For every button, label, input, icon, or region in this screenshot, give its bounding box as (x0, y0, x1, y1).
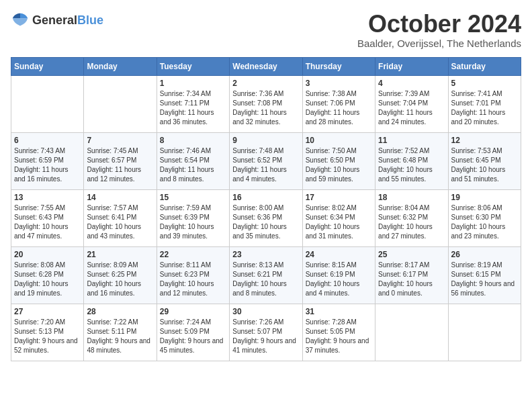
weekday-header-tuesday: Tuesday (157, 57, 229, 75)
calendar-cell: 30Sunrise: 7:26 AM Sunset: 5:07 PM Dayli… (230, 304, 302, 361)
day-info: Sunrise: 7:26 AM Sunset: 5:07 PM Dayligh… (232, 318, 299, 355)
calendar-cell: 3Sunrise: 7:38 AM Sunset: 7:06 PM Daylig… (302, 75, 375, 132)
day-number: 4 (378, 79, 445, 88)
calendar-cell: 7Sunrise: 7:45 AM Sunset: 6:57 PM Daylig… (84, 132, 157, 189)
weekday-header-row: SundayMondayTuesdayWednesdayThursdayFrid… (11, 57, 521, 75)
day-number: 16 (232, 193, 299, 202)
day-number: 10 (306, 136, 372, 145)
calendar-cell (11, 75, 84, 132)
calendar-cell: 26Sunrise: 8:19 AM Sunset: 6:15 PM Dayli… (448, 246, 521, 304)
calendar-week-row: 27Sunrise: 7:20 AM Sunset: 5:13 PM Dayli… (11, 304, 521, 361)
calendar-table: SundayMondayTuesdayWednesdayThursdayFrid… (11, 57, 521, 361)
day-number: 14 (87, 193, 153, 202)
calendar-cell: 31Sunrise: 7:28 AM Sunset: 5:05 PM Dayli… (302, 304, 375, 361)
calendar-cell: 27Sunrise: 7:20 AM Sunset: 5:13 PM Dayli… (11, 304, 84, 361)
day-info: Sunrise: 7:48 AM Sunset: 6:52 PM Dayligh… (232, 146, 299, 184)
day-info: Sunrise: 8:11 AM Sunset: 6:23 PM Dayligh… (160, 261, 226, 298)
calendar-cell: 29Sunrise: 7:24 AM Sunset: 5:09 PM Dayli… (157, 304, 229, 361)
day-info: Sunrise: 8:17 AM Sunset: 6:17 PM Dayligh… (378, 261, 445, 298)
day-info: Sunrise: 8:04 AM Sunset: 6:32 PM Dayligh… (378, 203, 445, 241)
calendar-cell: 5Sunrise: 7:41 AM Sunset: 7:01 PM Daylig… (448, 75, 521, 132)
calendar-cell (84, 75, 157, 132)
day-number: 11 (378, 136, 445, 145)
day-info: Sunrise: 7:28 AM Sunset: 5:05 PM Dayligh… (306, 318, 372, 355)
logo-text-blue: Blue (77, 13, 103, 28)
day-info: Sunrise: 8:08 AM Sunset: 6:28 PM Dayligh… (14, 261, 81, 298)
day-number: 5 (451, 79, 518, 88)
day-number: 24 (306, 250, 372, 259)
day-info: Sunrise: 7:53 AM Sunset: 6:45 PM Dayligh… (451, 146, 518, 184)
day-number: 22 (160, 250, 226, 259)
day-number: 1 (160, 79, 226, 88)
calendar-cell: 21Sunrise: 8:09 AM Sunset: 6:25 PM Dayli… (84, 246, 157, 304)
calendar-cell: 17Sunrise: 8:02 AM Sunset: 6:34 PM Dayli… (302, 189, 375, 246)
weekday-header-monday: Monday (84, 57, 157, 75)
day-info: Sunrise: 7:57 AM Sunset: 6:41 PM Dayligh… (87, 203, 153, 241)
calendar-week-row: 13Sunrise: 7:55 AM Sunset: 6:43 PM Dayli… (11, 189, 521, 246)
day-number: 7 (87, 136, 153, 145)
day-number: 3 (306, 79, 372, 88)
calendar-week-row: 20Sunrise: 8:08 AM Sunset: 6:28 PM Dayli… (11, 246, 521, 304)
day-number: 18 (378, 193, 445, 202)
day-info: Sunrise: 7:20 AM Sunset: 5:13 PM Dayligh… (14, 318, 81, 355)
calendar-cell: 19Sunrise: 8:06 AM Sunset: 6:30 PM Dayli… (448, 189, 521, 246)
day-info: Sunrise: 8:00 AM Sunset: 6:36 PM Dayligh… (232, 203, 299, 241)
day-number: 28 (87, 307, 153, 316)
calendar-week-row: 6Sunrise: 7:43 AM Sunset: 6:59 PM Daylig… (11, 132, 521, 189)
day-number: 12 (451, 136, 518, 145)
day-number: 17 (306, 193, 372, 202)
weekday-header-friday: Friday (375, 57, 448, 75)
day-number: 20 (14, 250, 81, 259)
day-info: Sunrise: 7:41 AM Sunset: 7:01 PM Dayligh… (451, 89, 518, 127)
calendar-cell: 25Sunrise: 8:17 AM Sunset: 6:17 PM Dayli… (375, 246, 448, 304)
day-number: 29 (160, 307, 226, 316)
day-info: Sunrise: 8:02 AM Sunset: 6:34 PM Dayligh… (306, 203, 372, 241)
logo-icon (11, 11, 30, 30)
day-number: 23 (232, 250, 299, 259)
day-info: Sunrise: 7:59 AM Sunset: 6:39 PM Dayligh… (160, 203, 226, 241)
day-info: Sunrise: 8:06 AM Sunset: 6:30 PM Dayligh… (451, 203, 518, 241)
weekday-header-wednesday: Wednesday (230, 57, 302, 75)
location-subtitle: Baalder, Overijssel, The Netherlands (357, 38, 521, 49)
day-info: Sunrise: 7:46 AM Sunset: 6:54 PM Dayligh… (160, 146, 226, 184)
day-number: 25 (378, 250, 445, 259)
day-info: Sunrise: 8:13 AM Sunset: 6:21 PM Dayligh… (232, 261, 299, 298)
calendar-cell: 14Sunrise: 7:57 AM Sunset: 6:41 PM Dayli… (84, 189, 157, 246)
calendar-cell: 12Sunrise: 7:53 AM Sunset: 6:45 PM Dayli… (448, 132, 521, 189)
day-info: Sunrise: 8:19 AM Sunset: 6:15 PM Dayligh… (451, 261, 518, 298)
day-number: 30 (232, 307, 299, 316)
day-info: Sunrise: 7:36 AM Sunset: 7:08 PM Dayligh… (232, 89, 299, 127)
weekday-header-sunday: Sunday (11, 57, 84, 75)
day-info: Sunrise: 7:45 AM Sunset: 6:57 PM Dayligh… (87, 146, 153, 184)
day-number: 27 (14, 307, 81, 316)
day-number: 6 (14, 136, 81, 145)
day-number: 19 (451, 193, 518, 202)
calendar-week-row: 1Sunrise: 7:34 AM Sunset: 7:11 PM Daylig… (11, 75, 521, 132)
month-year-title: October 2024 (357, 11, 521, 38)
calendar-cell: 6Sunrise: 7:43 AM Sunset: 6:59 PM Daylig… (11, 132, 84, 189)
calendar-cell (375, 304, 448, 361)
calendar-cell: 2Sunrise: 7:36 AM Sunset: 7:08 PM Daylig… (230, 75, 302, 132)
calendar-cell: 9Sunrise: 7:48 AM Sunset: 6:52 PM Daylig… (230, 132, 302, 189)
title-section: October 2024 Baalder, Overijssel, The Ne… (357, 11, 521, 49)
day-info: Sunrise: 7:24 AM Sunset: 5:09 PM Dayligh… (160, 318, 226, 355)
day-info: Sunrise: 7:43 AM Sunset: 6:59 PM Dayligh… (14, 146, 81, 184)
calendar-cell: 20Sunrise: 8:08 AM Sunset: 6:28 PM Dayli… (11, 246, 84, 304)
calendar-cell: 1Sunrise: 7:34 AM Sunset: 7:11 PM Daylig… (157, 75, 229, 132)
page-header: General Blue October 2024 Baalder, Overi… (11, 11, 521, 49)
calendar-cell: 10Sunrise: 7:50 AM Sunset: 6:50 PM Dayli… (302, 132, 375, 189)
calendar-cell: 22Sunrise: 8:11 AM Sunset: 6:23 PM Dayli… (157, 246, 229, 304)
calendar-cell: 16Sunrise: 8:00 AM Sunset: 6:36 PM Dayli… (230, 189, 302, 246)
weekday-header-saturday: Saturday (448, 57, 521, 75)
day-number: 8 (160, 136, 226, 145)
day-info: Sunrise: 7:22 AM Sunset: 5:11 PM Dayligh… (87, 318, 153, 355)
day-number: 21 (87, 250, 153, 259)
day-info: Sunrise: 8:09 AM Sunset: 6:25 PM Dayligh… (87, 261, 153, 298)
day-number: 9 (232, 136, 299, 145)
day-info: Sunrise: 7:38 AM Sunset: 7:06 PM Dayligh… (306, 89, 372, 127)
day-number: 2 (232, 79, 299, 88)
calendar-cell: 28Sunrise: 7:22 AM Sunset: 5:11 PM Dayli… (84, 304, 157, 361)
day-info: Sunrise: 7:52 AM Sunset: 6:48 PM Dayligh… (378, 146, 445, 184)
calendar-cell: 13Sunrise: 7:55 AM Sunset: 6:43 PM Dayli… (11, 189, 84, 246)
calendar-cell: 18Sunrise: 8:04 AM Sunset: 6:32 PM Dayli… (375, 189, 448, 246)
